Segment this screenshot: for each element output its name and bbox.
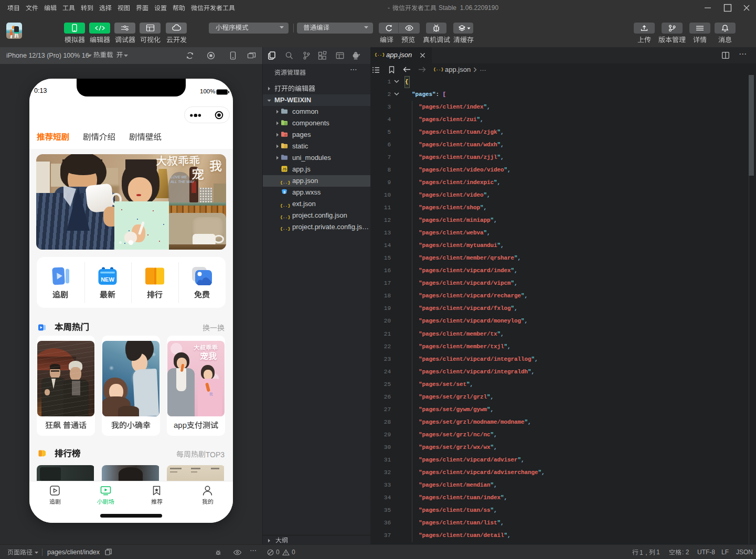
svg-text:NEW: NEW [101, 276, 114, 283]
svg-text:JS: JS [282, 167, 287, 171]
svg-text:3: 3 [283, 190, 285, 194]
